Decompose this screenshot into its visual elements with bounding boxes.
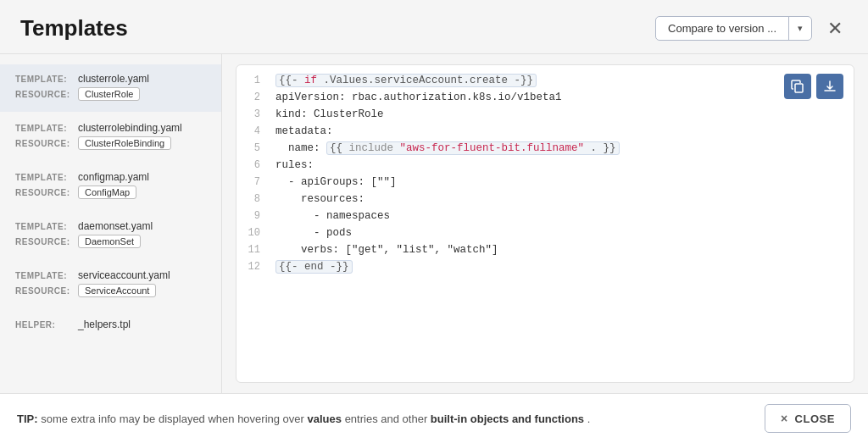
code-line-4: 4 metadata:	[236, 125, 854, 141]
compare-button-label: Compare to version ...	[656, 17, 789, 40]
code-line-1: 1 {{- if .Values.serviceAccount.create -…	[236, 74, 854, 91]
copy-icon	[791, 80, 804, 93]
sidebar-item-daemonset[interactable]: TEMPLATE: daemonset.yaml RESOURCE: Daemo…	[0, 212, 221, 259]
tip-text-1: some extra info may be displayed when ho…	[41, 413, 307, 425]
template-filename-1: clusterrolebinding.yaml	[78, 122, 182, 134]
close-button[interactable]: × CLOSE	[765, 404, 851, 433]
resource-badge-2: ConfigMap	[78, 186, 136, 199]
code-line-3: 3 kind: ClusterRole	[236, 108, 854, 125]
sidebar: TEMPLATE: clusterrole.yaml RESOURCE: Clu…	[0, 54, 222, 393]
code-line-6: 6 rules:	[236, 158, 854, 175]
code-line-8: 8 resources:	[236, 192, 854, 209]
code-line-9: 9 - namespaces	[236, 209, 854, 226]
header: Templates Compare to version ... ▾ ✕	[0, 0, 868, 54]
footer: TIP: some extra info may be displayed wh…	[0, 393, 868, 443]
close-x-icon: ×	[781, 412, 788, 425]
tip-text-2: entries and other	[345, 413, 431, 425]
code-toolbar	[784, 74, 843, 99]
template-filename-3: daemonset.yaml	[78, 220, 153, 232]
code-line-12: 12 {{- end -}}	[236, 260, 854, 277]
helper-filename: _helpers.tpl	[78, 318, 131, 330]
resource-badge-1: ClusterRoleBinding	[78, 136, 171, 150]
tip-builtin-bold: built-in objects and functions	[431, 413, 584, 425]
tip-values-bold: values	[308, 413, 342, 425]
tip-end: .	[587, 413, 591, 425]
helper-label: HELPER:	[15, 320, 73, 329]
sidebar-item-serviceaccount[interactable]: TEMPLATE: serviceaccount.yaml RESOURCE: …	[0, 261, 221, 308]
copy-button[interactable]	[784, 74, 811, 99]
chevron-down-icon: ▾	[789, 18, 811, 39]
template-filename-0: clusterrole.yaml	[78, 73, 149, 85]
page-title: Templates	[20, 15, 128, 42]
close-label: CLOSE	[795, 413, 835, 425]
template-label-3: TEMPLATE:	[15, 222, 73, 231]
sidebar-item-clusterrole[interactable]: TEMPLATE: clusterrole.yaml RESOURCE: Clu…	[0, 64, 221, 112]
template-label-1: TEMPLATE:	[15, 124, 73, 133]
template-label-2: TEMPLATE:	[15, 173, 73, 182]
code-content: 1 {{- if .Values.serviceAccount.create -…	[236, 65, 854, 382]
sidebar-item-configmap[interactable]: TEMPLATE: configmap.yaml RESOURCE: Confi…	[0, 163, 221, 210]
resource-label-0: RESOURCE:	[15, 90, 73, 99]
main-content: TEMPLATE: clusterrole.yaml RESOURCE: Clu…	[0, 54, 868, 393]
compare-version-button[interactable]: Compare to version ... ▾	[655, 16, 812, 41]
header-actions: Compare to version ... ▾ ✕	[655, 16, 848, 41]
resource-label-2: RESOURCE:	[15, 188, 73, 197]
sidebar-item-clusterrolebinding[interactable]: TEMPLATE: clusterrolebinding.yaml RESOUR…	[0, 114, 221, 161]
resource-label-3: RESOURCE:	[15, 237, 73, 246]
resource-badge-3: DaemonSet	[78, 235, 141, 248]
code-line-10: 10 - pods	[236, 226, 854, 243]
sidebar-item-helpers[interactable]: HELPER: _helpers.tpl	[0, 310, 221, 339]
svg-rect-0	[795, 84, 803, 92]
resource-badge-4: ServiceAccount	[78, 284, 156, 297]
download-icon	[823, 80, 837, 93]
template-label-0: TEMPLATE:	[15, 75, 73, 84]
code-line-5: 5 name: {{ include "aws-for-fluent-bit.f…	[236, 141, 854, 158]
tip-label: TIP:	[17, 413, 38, 425]
code-line-7: 7 - apiGroups: [""]	[236, 175, 854, 192]
resource-badge-0: ClusterRole	[78, 87, 140, 101]
resource-label-1: RESOURCE:	[15, 139, 73, 148]
code-line-2: 2 apiVersion: rbac.authorization.k8s.io/…	[236, 91, 854, 108]
template-label-4: TEMPLATE:	[15, 271, 73, 280]
template-filename-4: serviceaccount.yaml	[78, 269, 170, 281]
resource-label-4: RESOURCE:	[15, 286, 73, 296]
header-close-button[interactable]: ✕	[822, 18, 848, 40]
download-button[interactable]	[816, 74, 843, 99]
template-filename-2: configmap.yaml	[78, 171, 149, 183]
footer-tip: TIP: some extra info may be displayed wh…	[17, 413, 590, 425]
code-panel: 1 {{- if .Values.serviceAccount.create -…	[236, 64, 854, 383]
code-line-11: 11 verbs: ["get", "list", "watch"]	[236, 243, 854, 260]
